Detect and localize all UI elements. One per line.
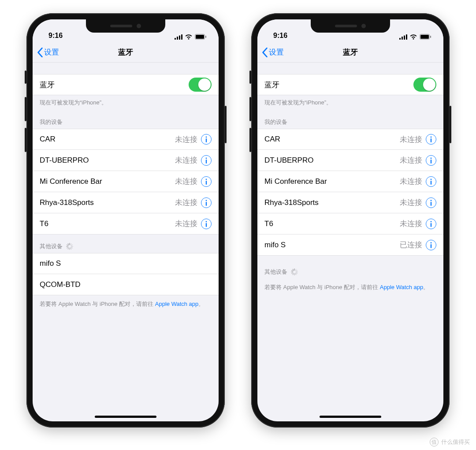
device-row[interactable]: DT-UBERPRO 未连接 bbox=[33, 150, 219, 171]
svg-rect-3 bbox=[181, 34, 182, 40]
device-status: 未连接 bbox=[175, 155, 197, 165]
stage: 9:16 设置 蓝牙 蓝牙 现在 bbox=[0, 0, 476, 428]
svg-point-9 bbox=[206, 157, 207, 159]
svg-point-11 bbox=[206, 179, 207, 180]
silent-switch bbox=[25, 71, 26, 84]
apple-watch-link[interactable]: Apple Watch app bbox=[380, 284, 424, 290]
svg-rect-25 bbox=[431, 138, 431, 142]
spinner-icon bbox=[291, 268, 298, 275]
device-row[interactable]: CAR 未连接 bbox=[257, 129, 443, 150]
power-button bbox=[225, 106, 227, 143]
device-name: mifo S bbox=[40, 259, 212, 268]
device-row[interactable]: mifo S 已连接 bbox=[257, 234, 443, 256]
svg-point-34 bbox=[431, 242, 432, 243]
device-name: T6 bbox=[264, 219, 400, 228]
back-button[interactable]: 设置 bbox=[262, 47, 284, 57]
content[interactable]: 蓝牙 现在可被发现为“iPhone”。 我的设备 CAR 未连接 DT-UBER… bbox=[33, 63, 219, 313]
svg-rect-35 bbox=[431, 244, 431, 248]
home-indicator[interactable] bbox=[320, 416, 381, 418]
device-status: 未连接 bbox=[175, 176, 197, 186]
svg-point-32 bbox=[431, 221, 432, 222]
svg-rect-0 bbox=[175, 38, 176, 40]
silent-switch bbox=[249, 71, 251, 84]
status-time: 9:16 bbox=[48, 32, 63, 40]
bluetooth-toggle-row[interactable]: 蓝牙 bbox=[33, 74, 219, 95]
device-row[interactable]: Rhya-318Sports 未连接 bbox=[33, 192, 219, 213]
device-row[interactable]: Mi Conference Bar 未连接 bbox=[257, 171, 443, 192]
other-devices-header: 其他设备 bbox=[257, 256, 443, 279]
svg-rect-2 bbox=[179, 35, 180, 40]
other-device-row[interactable]: QCOM-BTD bbox=[33, 274, 219, 295]
info-icon[interactable] bbox=[426, 197, 436, 208]
device-name: T6 bbox=[40, 219, 175, 228]
content[interactable]: 蓝牙 现在可被发现为“iPhone”。 我的设备 CAR 未连接 DT-UBER… bbox=[257, 63, 443, 296]
notch bbox=[311, 19, 390, 33]
phone-frame-right: 9:16 设置 蓝牙 蓝牙 现在 bbox=[251, 13, 450, 428]
svg-rect-8 bbox=[206, 138, 207, 142]
svg-point-26 bbox=[431, 157, 432, 159]
cellular-icon bbox=[399, 34, 407, 40]
bluetooth-toggle-row[interactable]: 蓝牙 bbox=[257, 74, 443, 95]
info-icon[interactable] bbox=[426, 176, 436, 187]
bluetooth-label: 蓝牙 bbox=[40, 80, 189, 90]
device-status: 未连接 bbox=[400, 134, 422, 145]
svg-point-13 bbox=[206, 200, 207, 201]
device-name: mifo S bbox=[264, 241, 400, 249]
apple-watch-note: 若要将 Apple Watch 与 iPhone 配对，请前往 Apple Wa… bbox=[257, 279, 443, 296]
volume-up bbox=[25, 97, 26, 121]
device-row[interactable]: Mi Conference Bar 未连接 bbox=[33, 171, 219, 192]
svg-rect-16 bbox=[206, 223, 207, 227]
status-right bbox=[175, 34, 206, 40]
svg-rect-29 bbox=[431, 181, 431, 185]
other-device-row[interactable]: mifo S bbox=[33, 253, 219, 274]
svg-point-24 bbox=[431, 137, 432, 138]
device-status: 未连接 bbox=[400, 197, 422, 208]
svg-rect-23 bbox=[430, 36, 431, 38]
status-right bbox=[399, 34, 431, 40]
device-row[interactable]: CAR 未连接 bbox=[33, 129, 219, 150]
device-status: 未连接 bbox=[400, 176, 422, 186]
discoverable-note: 现在可被发现为“iPhone”。 bbox=[257, 95, 443, 110]
device-status: 未连接 bbox=[175, 134, 197, 145]
device-status: 未连接 bbox=[400, 155, 422, 165]
my-devices-header: 我的设备 bbox=[33, 110, 219, 129]
volume-down bbox=[25, 128, 26, 152]
info-icon[interactable] bbox=[426, 134, 436, 145]
svg-rect-31 bbox=[431, 202, 431, 206]
info-icon[interactable] bbox=[426, 155, 436, 166]
device-name: Mi Conference Bar bbox=[264, 177, 400, 186]
device-row[interactable]: Rhya-318Sports 未连接 bbox=[257, 192, 443, 213]
device-name: DT-UBERPRO bbox=[40, 156, 175, 165]
info-icon[interactable] bbox=[201, 134, 212, 145]
info-icon[interactable] bbox=[201, 176, 212, 187]
info-icon[interactable] bbox=[426, 219, 436, 229]
info-icon[interactable] bbox=[426, 240, 436, 250]
device-status: 已连接 bbox=[400, 240, 422, 250]
svg-rect-6 bbox=[205, 36, 206, 38]
device-row[interactable]: DT-UBERPRO 未连接 bbox=[257, 150, 443, 171]
bluetooth-toggle[interactable] bbox=[413, 78, 436, 92]
svg-point-30 bbox=[431, 200, 432, 201]
svg-rect-1 bbox=[177, 37, 178, 40]
info-icon[interactable] bbox=[201, 197, 212, 208]
nav-bar: 设置 蓝牙 bbox=[33, 42, 219, 63]
device-row[interactable]: T6 未连接 bbox=[33, 213, 219, 234]
back-button[interactable]: 设置 bbox=[37, 47, 59, 57]
screen: 9:16 设置 蓝牙 蓝牙 现在 bbox=[257, 19, 443, 421]
svg-rect-5 bbox=[196, 35, 204, 39]
home-indicator[interactable] bbox=[95, 416, 156, 418]
device-row[interactable]: T6 未连接 bbox=[257, 213, 443, 234]
info-icon[interactable] bbox=[201, 155, 212, 166]
battery-icon bbox=[420, 34, 431, 40]
power-button bbox=[450, 106, 451, 143]
status-time: 9:16 bbox=[273, 32, 287, 40]
apple-watch-link[interactable]: Apple Watch app bbox=[155, 301, 199, 307]
back-label: 设置 bbox=[269, 47, 284, 57]
device-name: CAR bbox=[264, 135, 400, 144]
info-icon[interactable] bbox=[201, 219, 212, 229]
cellular-icon bbox=[175, 34, 182, 40]
volume-up bbox=[249, 97, 251, 121]
other-devices-header: 其他设备 bbox=[33, 234, 219, 253]
device-name: CAR bbox=[40, 135, 175, 144]
bluetooth-toggle[interactable] bbox=[189, 78, 212, 92]
